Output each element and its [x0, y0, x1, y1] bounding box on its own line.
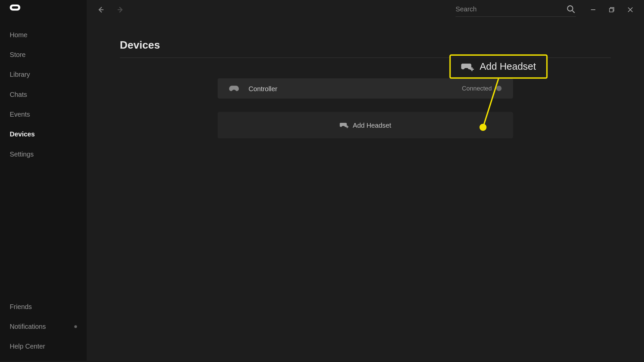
topbar	[87, 0, 644, 19]
forward-button[interactable]	[114, 4, 126, 16]
minimize-button[interactable]	[584, 4, 602, 16]
device-status: Connected	[462, 85, 501, 92]
sidebar-item-friends[interactable]: Friends	[0, 297, 87, 316]
sidebar-item-store[interactable]: Store	[0, 45, 87, 64]
search-field[interactable]	[455, 3, 576, 17]
sidebar-item-label: Home	[10, 31, 28, 38]
add-headset-button[interactable]: Add Headset	[218, 112, 513, 138]
device-label: Controller	[249, 85, 277, 92]
sidebar-item-events[interactable]: Events	[0, 104, 87, 124]
sidebar-item-label: Events	[10, 111, 30, 118]
add-headset-label: Add Headset	[353, 121, 391, 129]
sidebar-item-label: Friends	[10, 303, 32, 310]
status-dot-icon	[496, 86, 502, 91]
sidebar-item-library[interactable]: Library	[0, 65, 87, 84]
sidebar-item-label: Devices	[10, 130, 35, 138]
sidebar-item-label: Help Center	[10, 343, 45, 350]
sidebar-item-home[interactable]: Home	[0, 25, 87, 45]
notification-dot-icon	[74, 325, 77, 328]
sidebar-item-devices[interactable]: Devices	[0, 124, 87, 144]
app-logo	[0, 0, 87, 19]
close-button[interactable]	[621, 4, 639, 16]
oculus-icon	[10, 4, 20, 10]
arrow-right-icon	[116, 6, 124, 14]
svg-point-2	[568, 5, 573, 11]
sidebar-item-label: Notifications	[10, 323, 46, 330]
headset-add-icon	[339, 122, 348, 128]
sidebar-item-label: Library	[10, 71, 30, 78]
device-row-controller[interactable]: Controller Connected	[218, 78, 513, 99]
sidebar-item-chats[interactable]: Chats	[0, 84, 87, 104]
search-icon[interactable]	[566, 4, 576, 14]
back-button[interactable]	[95, 4, 107, 16]
sidebar-item-notifications[interactable]: Notifications	[0, 316, 87, 336]
maximize-icon	[609, 7, 614, 12]
controller-icon	[229, 85, 239, 92]
svg-rect-1	[12, 6, 18, 9]
sidebar: Home Store Library Chats Events Devices …	[0, 0, 87, 361]
svg-rect-3	[609, 8, 613, 12]
sidebar-item-label: Settings	[10, 150, 34, 158]
sidebar-item-label: Chats	[10, 90, 27, 98]
minimize-icon	[590, 7, 596, 12]
sidebar-item-settings[interactable]: Settings	[0, 144, 87, 164]
sidebar-item-help-center[interactable]: Help Center	[0, 337, 87, 356]
sidebar-item-label: Store	[10, 51, 25, 58]
page-title: Devices	[120, 39, 611, 58]
close-icon	[628, 7, 633, 12]
search-input[interactable]	[455, 5, 566, 13]
main-area: Devices Controller Connected	[87, 0, 644, 361]
device-status-text: Connected	[462, 85, 492, 92]
maximize-button[interactable]	[602, 4, 621, 16]
arrow-left-icon	[97, 6, 105, 14]
